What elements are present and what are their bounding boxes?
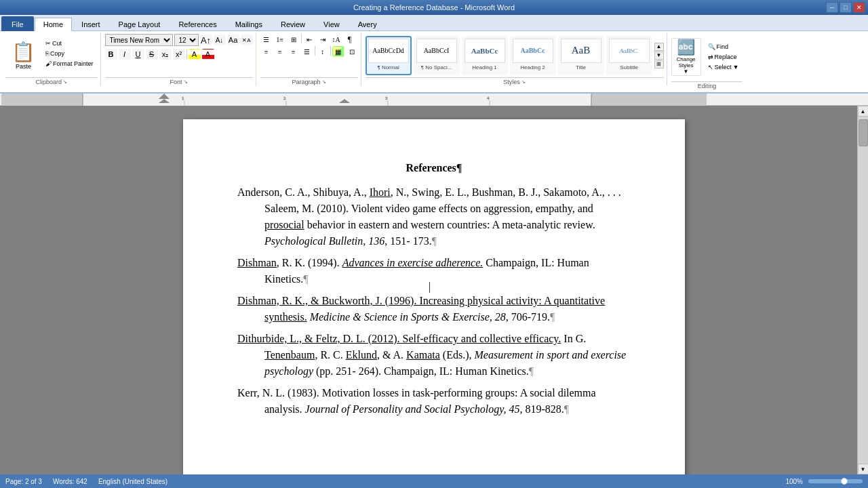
style-heading1[interactable]: AaBbCc Heading 1 [462, 36, 508, 75]
references-heading: References¶ [237, 160, 631, 176]
align-center-button[interactable]: ≡ [274, 46, 286, 57]
font-name-select[interactable]: Times New Rom [105, 34, 173, 46]
underline-tenenbaum: Tenenbaum [264, 349, 315, 361]
show-hide-button[interactable]: ¶ [344, 34, 356, 45]
styles-group: AaBbCcDd ¶ Normal AaBbCcI ¶ No Spaci... … [363, 33, 667, 85]
style-title[interactable]: AaB Title [558, 36, 604, 75]
tab-page-layout[interactable]: Page Layout [110, 17, 170, 30]
tab-file[interactable]: File [1, 16, 34, 31]
style-subtitle-label: Subtitle [620, 64, 638, 70]
scroll-thumb[interactable] [859, 119, 868, 146]
bold-button[interactable]: B [105, 49, 117, 60]
bullets-button[interactable]: ☰ [260, 34, 273, 45]
line-spacing-button[interactable]: ↕ [317, 46, 329, 57]
tab-mailings[interactable]: Mailings [226, 17, 271, 30]
style-subtitle[interactable]: AaBbC. Subtitle [606, 36, 652, 75]
align-left-button[interactable]: ≡ [260, 46, 273, 57]
styles-expand-icon[interactable]: ↘ [521, 79, 526, 85]
select-label: Select [715, 64, 732, 70]
format-painter-button[interactable]: 🖌 Format Painter [43, 59, 96, 68]
change-styles-button[interactable]: 🔤 ChangeStyles ▼ [671, 38, 701, 76]
align-right-button[interactable]: ≡ [288, 46, 300, 57]
para-mark-3: ¶ [550, 311, 555, 323]
scroll-down-button[interactable]: ▼ [858, 464, 869, 474]
document-area: References¶ Anderson, C. A., Shibuya, A.… [0, 106, 868, 474]
close-button[interactable]: ✕ [853, 2, 865, 13]
highlight-button[interactable]: A [189, 49, 201, 60]
replace-label: Replace [715, 54, 737, 60]
justify-button[interactable]: ☰ [301, 46, 313, 57]
reference-entry-5[interactable]: Kerr, N. L. (1983). Motivation losses in… [237, 385, 631, 418]
document-page[interactable]: References¶ Anderson, C. A., Shibuya, A.… [183, 119, 685, 474]
tab-view[interactable]: View [315, 17, 349, 30]
replace-button[interactable]: ⇄ Replace [705, 52, 742, 62]
borders-button[interactable]: ⊡ [346, 46, 358, 57]
font-color-button[interactable]: A [202, 49, 214, 60]
clear-formatting-button[interactable]: ✕A [241, 35, 253, 45]
reference-entry-1[interactable]: Anderson, C. A., Shibuya, A., Ihori, N.,… [237, 184, 631, 249]
decrease-font-button[interactable]: A↓ [214, 35, 226, 45]
clipboard-expand-icon[interactable]: ↘ [63, 79, 67, 85]
select-icon: ↖ [708, 64, 713, 70]
shading-button[interactable]: ▦ [332, 46, 344, 57]
superscript-button[interactable]: x² [173, 49, 185, 60]
underline-button[interactable]: U [132, 49, 144, 60]
font-expand-icon[interactable]: ↘ [184, 79, 188, 85]
style-no-spacing-preview: AaBbCcI [424, 47, 450, 54]
tab-home[interactable]: Home [35, 18, 72, 31]
svg-text:4: 4 [487, 96, 490, 101]
zoom-slider[interactable] [808, 479, 863, 483]
style-heading2-label: Heading 2 [520, 64, 545, 70]
italic-psych-bulletin: Psychological Bulletin, 136 [264, 235, 384, 247]
style-no-spacing[interactable]: AaBbCcI ¶ No Spaci... [414, 36, 460, 75]
tab-insert[interactable]: Insert [73, 17, 109, 30]
vertical-scrollbar: ▲ ▼ [857, 106, 868, 474]
reference-entry-3[interactable]: Dishman, R. K., & Buckworth, J. (1996). … [237, 293, 631, 325]
cut-button[interactable]: ✂ Cut [43, 39, 96, 48]
styles-more[interactable]: ⊞ [654, 60, 664, 68]
para-mark-5: ¶ [564, 403, 569, 415]
numbering-button[interactable]: 1≡ [274, 34, 286, 45]
minimize-button[interactable]: ─ [826, 2, 838, 13]
italic-button[interactable]: I [119, 49, 131, 60]
italic-measurement: Measurement in sport and exercise psycho… [264, 349, 626, 377]
increase-indent-button[interactable]: ⇥ [317, 34, 329, 45]
restore-button[interactable]: □ [840, 2, 852, 13]
text-cursor [429, 282, 430, 293]
strikethrough-button[interactable]: S [146, 49, 158, 60]
format-painter-icon: 🖌 [45, 60, 52, 67]
reference-entry-4[interactable]: Dithurbide, L., & Feltz, D. L. (2012). S… [237, 331, 631, 380]
zoom-thumb[interactable] [841, 478, 848, 485]
select-button[interactable]: ↖ Select ▼ [705, 62, 742, 72]
ruler-svg: 1 2 3 4 [1, 94, 707, 106]
paste-button[interactable]: 📋 Paste [5, 37, 41, 73]
tab-avery[interactable]: Avery [349, 17, 386, 30]
reference-entry-2[interactable]: Dishman, R. K. (1994). Advances in exerc… [237, 255, 631, 287]
svg-rect-2 [591, 94, 707, 106]
change-styles-icon: 🔤 [677, 39, 695, 56]
tab-references[interactable]: References [170, 17, 225, 30]
styles-label: Styles [503, 79, 520, 85]
styles-scroll-down[interactable]: ▼ [654, 52, 664, 60]
paragraph-expand-icon[interactable]: ↘ [322, 79, 326, 85]
decrease-indent-button[interactable]: ⇤ [303, 34, 315, 45]
change-case-button[interactable]: Aa [227, 35, 239, 45]
tab-review[interactable]: Review [272, 17, 314, 30]
increase-font-button[interactable]: A↑ [200, 35, 212, 45]
scroll-up-button[interactable]: ▲ [858, 106, 869, 117]
subscript-button[interactable]: x₂ [159, 49, 172, 60]
window-title: Creating a Reference Database - Microsof… [353, 3, 515, 12]
multilevel-list-button[interactable]: ⊞ [288, 34, 300, 45]
find-label: Find [717, 43, 729, 50]
sort-button[interactable]: ↕A [330, 34, 342, 45]
style-heading1-preview: AaBbCc [471, 47, 498, 55]
svg-rect-1 [1, 94, 83, 106]
copy-button[interactable]: ⎘ Copy [43, 49, 96, 58]
style-normal-preview: AaBbCcDd [372, 47, 404, 54]
font-size-select[interactable]: 12 [174, 34, 199, 46]
style-heading1-label: Heading 1 [472, 64, 496, 70]
style-normal[interactable]: AaBbCcDd ¶ Normal [366, 36, 412, 75]
styles-scroll-up[interactable]: ▲ [654, 43, 664, 51]
style-heading2[interactable]: AaBbCc Heading 2 [510, 36, 556, 75]
find-button[interactable]: 🔍 Find [705, 42, 742, 52]
